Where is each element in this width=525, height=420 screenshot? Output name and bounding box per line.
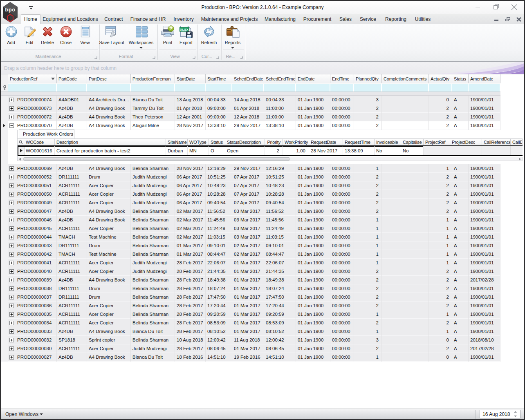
svg-text:bpo: bpo	[5, 7, 15, 13]
svg-text:XLSX: XLSX	[180, 28, 189, 31]
svg-text:?: ?	[170, 26, 172, 31]
